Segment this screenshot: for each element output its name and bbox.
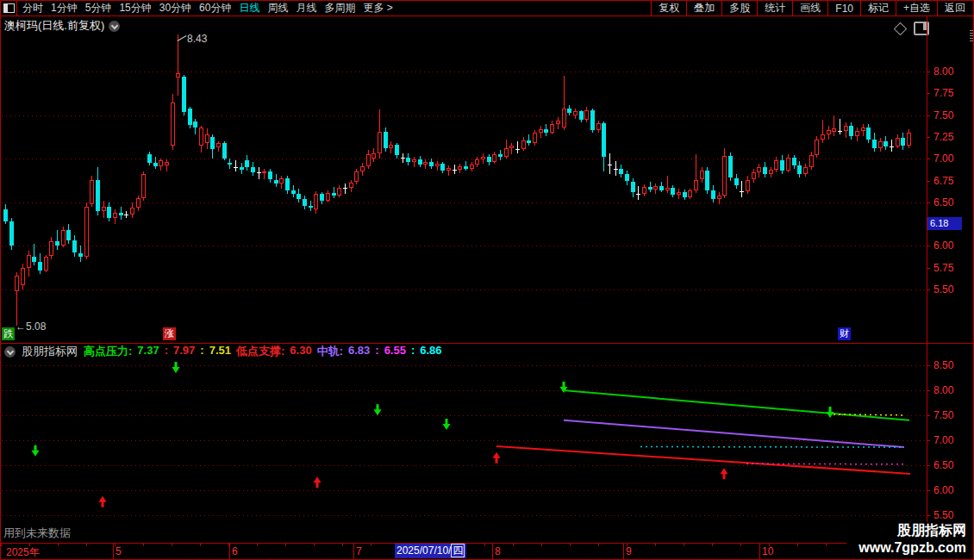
diamond-icon[interactable] — [894, 22, 908, 35]
period-tab-周线[interactable]: 周线 — [267, 1, 288, 16]
reference-price-badge: 6.18 — [927, 217, 962, 230]
candle — [96, 180, 100, 211]
period-tab-60分钟[interactable]: 60分钟 — [199, 1, 231, 16]
price-tick-label: 8.00 — [933, 65, 953, 78]
indicator-tick-label: 6.00 — [933, 484, 953, 496]
candle — [406, 158, 410, 162]
candle — [205, 134, 209, 143]
price-tick-label: 7.50 — [933, 109, 953, 121]
candle-wick — [448, 165, 449, 176]
axis-tick — [927, 202, 930, 203]
sell-arrow-icon — [32, 445, 40, 457]
axis-tick — [927, 181, 930, 182]
candle — [153, 163, 158, 166]
period-tab-分时[interactable]: 分时 — [22, 1, 43, 16]
event-marker-财[interactable]: 财 — [838, 327, 851, 340]
menu-item-标记[interactable]: 标记 — [860, 1, 896, 16]
candle — [366, 154, 371, 166]
event-marker-涨[interactable]: 涨 — [163, 327, 176, 340]
candle — [849, 126, 853, 136]
candle — [193, 121, 197, 128]
candle-wick — [517, 141, 518, 153]
period-tab-月线[interactable]: 月线 — [296, 1, 316, 16]
period-tab-更多 >[interactable]: 更多 > — [363, 1, 392, 16]
candle — [401, 158, 405, 159]
price-tick-label: 7.00 — [933, 152, 953, 165]
indicator-value: : — [375, 344, 378, 359]
chevron-down-icon[interactable] — [109, 21, 120, 32]
candle — [90, 180, 94, 204]
candle — [55, 241, 59, 246]
price-axis-line — [927, 16, 927, 559]
candle-wick — [741, 181, 742, 197]
buy-arrow-icon — [721, 468, 728, 479]
candle — [642, 187, 646, 194]
candle — [584, 110, 589, 120]
month-separator — [623, 544, 624, 559]
candle — [182, 77, 186, 112]
period-toolbar: 分时1分钟5分钟15分钟30分钟60分钟日线周线月线多周期更多 > 复权叠加多股… — [1, 1, 973, 16]
period-tab-5分钟[interactable]: 5分钟 — [85, 1, 112, 16]
candle-wick — [57, 230, 58, 250]
candle-wick — [264, 169, 265, 179]
month-label: 8 — [495, 545, 501, 557]
candle — [309, 206, 313, 208]
menu-item-叠加[interactable]: 叠加 — [686, 1, 721, 16]
candle — [107, 207, 111, 218]
candle — [527, 140, 531, 143]
period-tab-日线[interactable]: 日线 — [239, 1, 259, 16]
indicator-value: 高点压力: — [84, 344, 132, 359]
candle — [257, 172, 261, 173]
menu-item-画线[interactable]: 画线 — [792, 1, 827, 16]
watermark-url: www.7gpzb.com — [846, 539, 966, 557]
candle — [136, 198, 140, 208]
indicator-value: 6.83 — [348, 344, 370, 359]
event-marker-跌[interactable]: 跌 — [2, 327, 15, 340]
candle-wick — [511, 143, 512, 154]
candle — [786, 158, 790, 171]
candle — [216, 143, 221, 147]
candle — [251, 167, 255, 172]
candle — [371, 153, 376, 159]
candle — [245, 160, 249, 167]
site-watermark: 股朋指标网 www.7gpzb.com — [846, 522, 973, 559]
layout-toggle-button[interactable] — [1, 1, 17, 16]
axis-tick — [927, 465, 930, 466]
candle-wick — [891, 140, 892, 152]
menu-item-复权[interactable]: 复权 — [651, 1, 686, 16]
period-tab-多周期[interactable]: 多周期 — [324, 1, 355, 16]
indicator-tick-label: 6.50 — [933, 459, 953, 471]
scrollbar-thumb[interactable] — [970, 29, 974, 41]
price-tick-label: 7.75 — [933, 87, 953, 99]
period-tab-30分钟[interactable]: 30分钟 — [159, 1, 191, 16]
menu-item-多股[interactable]: 多股 — [721, 1, 757, 16]
trading-app-window: 分时1分钟5分钟15分钟30分钟60分钟日线周线月线多周期更多 > 复权叠加多股… — [0, 0, 974, 560]
menu-item-+自选[interactable]: +自选 — [896, 1, 937, 16]
candle — [694, 180, 698, 190]
low-price-annotation: ←5.08 — [16, 320, 46, 333]
candle — [384, 132, 388, 148]
candle — [159, 160, 163, 166]
indicator-collapse-icon[interactable] — [4, 346, 16, 358]
candle — [896, 138, 900, 146]
indicator-value: 6.86 — [420, 344, 441, 359]
candle — [84, 207, 89, 257]
magenta-ref-line — [746, 464, 904, 464]
indicator-value: 7.37 — [137, 344, 159, 359]
gridline — [2, 72, 927, 72]
candle — [492, 154, 496, 162]
candle — [653, 186, 658, 190]
candle — [614, 169, 618, 170]
period-tab-15分钟[interactable]: 15分钟 — [119, 1, 151, 16]
candle-wick — [178, 34, 178, 96]
menu-item-F10[interactable]: F10 — [827, 1, 860, 16]
period-tab-1分钟[interactable]: 1分钟 — [51, 1, 78, 16]
candle — [521, 140, 526, 149]
menu-item-统计[interactable]: 统计 — [757, 1, 792, 16]
month-label: 7 — [356, 545, 362, 557]
axis-tick — [927, 93, 930, 94]
menu-item-返回[interactable]: 返回 — [937, 1, 972, 16]
mid-rail-line — [564, 420, 904, 447]
price-tick-label: 5.50 — [933, 283, 953, 296]
candle — [61, 230, 66, 246]
